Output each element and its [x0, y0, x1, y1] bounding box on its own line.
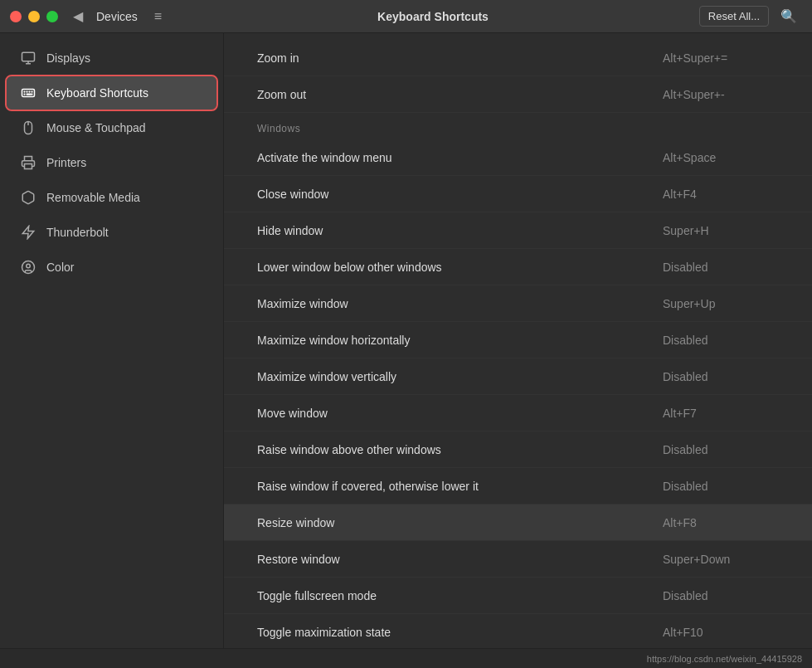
shortcut-name: Raise window if covered, otherwise lower… — [257, 480, 663, 493]
window-controls — [10, 11, 58, 22]
shortcut-name: Hide window — [257, 224, 663, 237]
shortcut-key: Disabled — [663, 261, 779, 274]
search-button[interactable]: 🔍 — [776, 5, 802, 27]
shortcut-row-maximize-window[interactable]: Maximize window Super+Up — [224, 285, 812, 322]
shortcut-row-resize-window[interactable]: Resize window Alt+F8 — [224, 505, 812, 541]
shortcut-row-activate-menu[interactable]: Activate the window menu Alt+Space — [224, 139, 812, 176]
filter-button[interactable]: ≡ — [149, 6, 167, 27]
sidebar-item-printers[interactable]: Printers — [7, 146, 216, 179]
svg-point-15 — [27, 264, 31, 268]
keyboard-icon — [20, 85, 36, 101]
back-button[interactable]: ◀ — [68, 5, 88, 27]
section-label: Devices — [96, 10, 138, 23]
sidebar-item-keyboard-shortcuts[interactable]: Keyboard Shortcuts — [7, 76, 216, 110]
titlebar-center: Keyboard Shortcuts — [167, 10, 699, 23]
titlebar-nav: ◀ Devices ≡ — [68, 5, 167, 27]
shortcut-name: Zoom in — [257, 51, 663, 65]
shortcut-key: Alt+Super+= — [663, 51, 779, 65]
shortcut-row-close-window[interactable]: Close window Alt+F4 — [224, 176, 812, 212]
sidebar-item-removable-media[interactable]: Removable Media — [7, 181, 216, 214]
shortcut-row-restore-window[interactable]: Restore window Super+Down — [224, 541, 812, 578]
color-label: Color — [46, 261, 74, 274]
shortcut-key: Alt+Super+- — [663, 88, 779, 101]
keyboard-shortcuts-label: Keyboard Shortcuts — [46, 86, 148, 100]
printers-label: Printers — [46, 156, 86, 169]
shortcut-key: Super+H — [663, 224, 779, 237]
shortcut-name: Lower window below other windows — [257, 261, 663, 274]
shortcut-name: Raise window above other windows — [257, 443, 663, 456]
shortcut-key: Alt+F7 — [663, 407, 779, 420]
mouse-icon — [20, 119, 36, 136]
close-button[interactable] — [10, 11, 22, 22]
mouse-label: Mouse & Touchpad — [46, 121, 146, 134]
shortcut-row-raise-window[interactable]: Raise window above other windows Disable… — [224, 432, 812, 468]
printer-icon — [20, 154, 36, 171]
sidebar: Displays Keyboard Shortcuts — [0, 33, 224, 648]
sidebar-item-mouse-touchpad[interactable]: Mouse & Touchpad — [7, 111, 216, 144]
shortcut-name: Maximize window vertically — [257, 370, 663, 383]
shortcut-key: Disabled — [663, 589, 779, 602]
shortcut-name: Resize window — [257, 516, 663, 529]
windows-section-header: Windows — [224, 113, 812, 139]
shortcut-row-hide-window[interactable]: Hide window Super+H — [224, 212, 812, 249]
shortcut-name: Move window — [257, 407, 663, 420]
shortcut-key: Alt+F8 — [663, 516, 779, 529]
shortcut-row-raise-if-covered[interactable]: Raise window if covered, otherwise lower… — [224, 468, 812, 505]
minimize-button[interactable] — [28, 11, 40, 22]
shortcut-row-maximize-vertical[interactable]: Maximize window vertically Disabled — [224, 358, 812, 395]
sidebar-item-displays[interactable]: Displays — [7, 41, 216, 75]
shortcut-name: Maximize window horizontally — [257, 334, 663, 347]
reset-button[interactable]: Reset All... — [699, 6, 769, 27]
displays-icon — [20, 50, 36, 66]
shortcut-key: Alt+F10 — [663, 626, 779, 639]
sidebar-item-thunderbolt[interactable]: Thunderbolt — [7, 216, 216, 249]
shortcut-key: Disabled — [663, 480, 779, 493]
shortcut-name: Maximize window — [257, 297, 663, 310]
shortcut-name: Activate the window menu — [257, 151, 663, 164]
shortcut-row-toggle-fullscreen[interactable]: Toggle fullscreen mode Disabled — [224, 578, 812, 614]
displays-label: Displays — [46, 51, 90, 65]
shortcut-key: Super+Down — [663, 553, 779, 566]
maximize-button[interactable] — [46, 11, 58, 22]
shortcut-row-lower-window[interactable]: Lower window below other windows Disable… — [224, 249, 812, 285]
shortcut-row-zoom-in[interactable]: Zoom in Alt+Super+= — [224, 40, 812, 76]
shortcut-key: Disabled — [663, 370, 779, 383]
sidebar-item-color[interactable]: Color — [7, 251, 216, 284]
thunderbolt-icon — [20, 224, 36, 241]
thunderbolt-label: Thunderbolt — [46, 226, 109, 239]
shortcut-row-zoom-out[interactable]: Zoom out Alt+Super+- — [224, 76, 812, 113]
shortcut-key: Alt+F4 — [663, 188, 779, 201]
svg-marker-13 — [22, 227, 34, 239]
page-title: Keyboard Shortcuts — [377, 10, 489, 23]
shortcuts-list: Zoom in Alt+Super+= Zoom out Alt+Super+-… — [224, 33, 812, 648]
shortcut-row-toggle-maximize[interactable]: Toggle maximization state Alt+F10 — [224, 614, 812, 648]
removable-media-icon — [20, 189, 36, 206]
shortcut-row-move-window[interactable]: Move window Alt+F7 — [224, 395, 812, 432]
shortcut-name: Toggle maximization state — [257, 626, 663, 639]
svg-rect-0 — [22, 52, 35, 61]
statusbar: https://blog.csdn.net/weixin_44415928 — [0, 648, 812, 668]
shortcut-key: Super+Up — [663, 297, 779, 310]
shortcut-row-maximize-horizontal[interactable]: Maximize window horizontally Disabled — [224, 322, 812, 358]
shortcut-name: Close window — [257, 188, 663, 201]
shortcut-key: Disabled — [663, 443, 779, 456]
shortcut-key: Alt+Space — [663, 151, 779, 164]
shortcut-name: Restore window — [257, 553, 663, 566]
status-url: https://blog.csdn.net/weixin_44415928 — [647, 654, 802, 664]
svg-rect-12 — [25, 164, 32, 169]
titlebar: ◀ Devices ≡ Keyboard Shortcuts Reset All… — [0, 0, 812, 33]
svg-rect-3 — [22, 90, 35, 97]
main-layout: Displays Keyboard Shortcuts — [0, 33, 812, 648]
content: Zoom in Alt+Super+= Zoom out Alt+Super+-… — [224, 33, 812, 648]
removable-media-label: Removable Media — [46, 191, 140, 204]
titlebar-right: Reset All... 🔍 — [699, 5, 802, 27]
shortcut-key: Disabled — [663, 334, 779, 347]
shortcut-name: Zoom out — [257, 88, 663, 101]
shortcut-name: Toggle fullscreen mode — [257, 589, 663, 602]
color-icon — [20, 259, 36, 275]
